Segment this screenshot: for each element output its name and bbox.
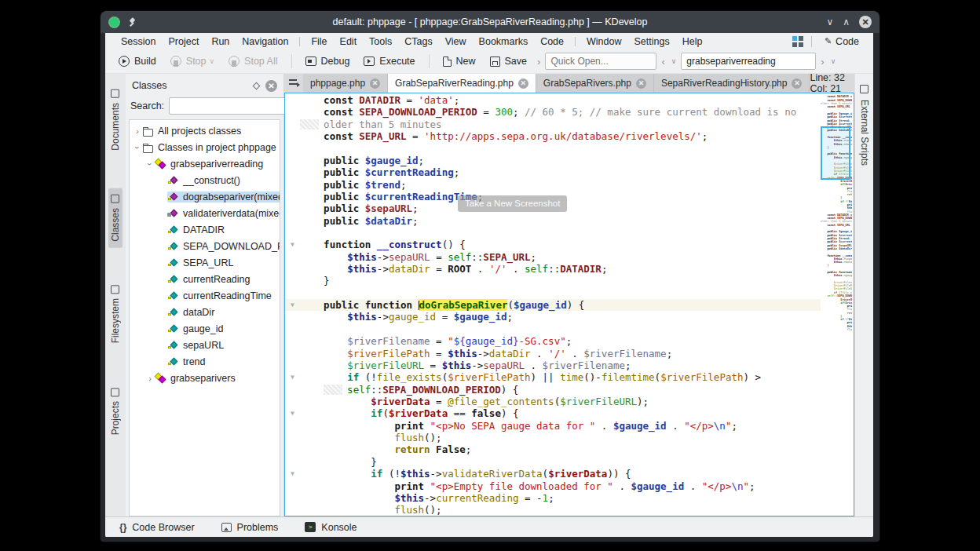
menu-session[interactable]: Session bbox=[115, 35, 162, 48]
tree-item[interactable]: ›grabseparivers bbox=[130, 370, 280, 386]
fold-marker-icon[interactable]: ▼ bbox=[285, 371, 300, 383]
detach-panel-icon[interactable] bbox=[253, 82, 261, 89]
search-options-chevron[interactable]: ∨ bbox=[829, 57, 838, 65]
code-line[interactable]: $this->currentReading = -1; bbox=[285, 492, 821, 504]
menu-view[interactable]: View bbox=[439, 35, 473, 48]
close-panel-icon[interactable]: ✕ bbox=[265, 80, 277, 92]
code-line[interactable]: } bbox=[285, 275, 821, 286]
menu-window[interactable]: Window bbox=[580, 35, 627, 48]
expander-icon[interactable]: › bbox=[145, 374, 155, 383]
code-line[interactable]: public $gauge_id; bbox=[285, 155, 821, 166]
code-line[interactable] bbox=[285, 142, 821, 154]
code-line[interactable]: flush(); bbox=[285, 504, 821, 516]
tree-item[interactable]: ›Classes in project phppage bbox=[130, 139, 280, 155]
new-button[interactable]: New bbox=[437, 53, 481, 69]
code-line[interactable]: $this->gauge_id = $gauge_id; bbox=[285, 311, 821, 323]
expander-icon[interactable]: › bbox=[133, 126, 142, 136]
code-line[interactable]: $this->sepaURL = self::SEPA_URL; bbox=[285, 251, 821, 263]
tree-item[interactable]: SEPA_URL bbox=[130, 254, 280, 271]
execute-button[interactable]: Execute bbox=[358, 53, 420, 69]
quick-open-input[interactable] bbox=[545, 53, 656, 70]
menu-tools[interactable]: Tools bbox=[363, 35, 398, 48]
pin-icon[interactable] bbox=[128, 18, 136, 26]
code-line[interactable]: older than 5 minutes bbox=[285, 119, 821, 130]
search-dropdown-chevron[interactable]: ∨ bbox=[670, 57, 678, 65]
tree-item[interactable]: ›All projects classes bbox=[130, 122, 280, 139]
toolview-problems[interactable]: Problems bbox=[221, 522, 279, 533]
code-line[interactable]: const SEPA_DOWNLOAD_PERIOD = 300; // 60 … bbox=[285, 106, 821, 118]
document-list-icon[interactable] bbox=[287, 77, 300, 89]
code-line[interactable]: flush(); bbox=[285, 432, 821, 443]
tree-item[interactable]: dograbsepariver(mixed) bbox=[130, 188, 280, 205]
code-line[interactable]: } bbox=[285, 456, 821, 468]
debug-button[interactable]: Debug bbox=[300, 53, 356, 69]
toolview-classes[interactable]: Classes bbox=[108, 188, 122, 248]
menu-navigation[interactable]: Navigation bbox=[236, 35, 294, 48]
code-line[interactable]: public $dataDir; bbox=[285, 215, 821, 227]
tree-item[interactable]: sepaURL bbox=[130, 337, 280, 353]
tab-GrabSepaRiverReading.php[interactable]: GrabSepaRiverReading.php✕ bbox=[388, 74, 536, 93]
menu-code[interactable]: Code bbox=[534, 35, 570, 48]
code-line[interactable] bbox=[285, 323, 821, 335]
menu-run[interactable]: Run bbox=[205, 35, 236, 48]
code-line[interactable]: const SEPA_URL = 'http://apps.sepa.org.u… bbox=[285, 130, 821, 142]
toolview-code-browser[interactable]: {}Code Browser bbox=[119, 522, 195, 533]
fold-marker-icon[interactable]: ▼ bbox=[285, 299, 300, 311]
tree-item[interactable]: validateriverdata(mixed) bbox=[130, 205, 280, 221]
menu-settings[interactable]: Settings bbox=[628, 35, 676, 48]
code-line[interactable]: print "<p>Empty file downloaded for " . … bbox=[285, 480, 821, 492]
stop-button[interactable]: Stop∨ bbox=[165, 53, 220, 69]
search-next-chevron[interactable]: › bbox=[819, 56, 825, 68]
tree-item[interactable]: trend bbox=[130, 353, 280, 370]
fold-marker-icon[interactable]: ▼ bbox=[285, 468, 300, 480]
toolview-external-scripts[interactable]: External Scripts bbox=[859, 100, 870, 166]
code-line[interactable]: self::SEPA_DOWNLOAD_PERIOD) { bbox=[285, 384, 821, 396]
tree-item[interactable]: DATADIR bbox=[130, 221, 280, 238]
code-line[interactable]: $this->dataDir = ROOT . '/' . self::DATA… bbox=[285, 263, 821, 275]
code-line[interactable]: public $trend; bbox=[285, 179, 821, 191]
code-line[interactable]: const DATADIR = 'data'; bbox=[285, 94, 821, 106]
maximize-button[interactable]: ∧ bbox=[843, 17, 850, 27]
menu-edit[interactable]: Edit bbox=[334, 35, 364, 48]
search-input[interactable] bbox=[681, 53, 816, 70]
menu-project[interactable]: Project bbox=[162, 35, 205, 48]
build-button[interactable]: Build bbox=[113, 53, 162, 69]
tree-item[interactable]: currentReading bbox=[130, 271, 280, 287]
minimap-viewport[interactable] bbox=[821, 126, 850, 180]
tree-item[interactable]: dataDir bbox=[130, 304, 280, 320]
code-line[interactable]: ▼ if($riverData == false) { bbox=[285, 407, 821, 419]
code-line[interactable]: print "<p>No SEPA gauge data for " . $ga… bbox=[285, 420, 821, 432]
code-area-button[interactable]: ✎ Code bbox=[820, 35, 864, 48]
minimap-scrollbar[interactable]: const DATADIR = 'data'; const SEPA_DOWNL… bbox=[821, 95, 852, 514]
classes-search-input[interactable] bbox=[169, 97, 298, 115]
close-button[interactable]: ✕ bbox=[859, 16, 872, 28]
tab-close-icon[interactable]: ✕ bbox=[636, 78, 646, 89]
toolview-konsole[interactable]: >Konsole bbox=[305, 522, 357, 533]
tab-close-icon[interactable]: ✕ bbox=[518, 78, 528, 89]
menu-help[interactable]: Help bbox=[676, 35, 709, 48]
code-line[interactable]: return False; bbox=[285, 443, 821, 455]
menu-ctags[interactable]: CTags bbox=[398, 35, 438, 48]
tab-GrabSepaRivers.php[interactable]: GrabSepaRivers.php✕ bbox=[536, 74, 654, 93]
toolview-documents[interactable]: Documents bbox=[108, 83, 122, 157]
code-line[interactable]: ▼ if (!$this->validateRiverData($riverDa… bbox=[285, 468, 821, 480]
code-line[interactable]: ▼ function __construct() { bbox=[285, 239, 821, 250]
expander-icon[interactable]: › bbox=[145, 159, 155, 169]
toolview-filesystem[interactable]: Filesystem bbox=[108, 279, 122, 349]
save-button[interactable]: Save bbox=[485, 53, 533, 69]
toolbar-overflow-chevron[interactable]: › bbox=[536, 56, 542, 68]
stop-dropdown-icon[interactable]: ∨ bbox=[210, 57, 215, 65]
tree-item[interactable]: SEPA_DOWNLOAD_PERIOD bbox=[130, 238, 280, 254]
tab-close-icon[interactable]: ✕ bbox=[792, 78, 802, 89]
code-line[interactable] bbox=[285, 287, 821, 299]
tree-item[interactable]: ›grabsepariverreading bbox=[130, 155, 280, 172]
menu-file[interactable]: File bbox=[305, 35, 333, 48]
code-line[interactable]: $riverFileURL = $this->sepaURL . $riverF… bbox=[285, 359, 821, 371]
minimize-button[interactable]: ∨ bbox=[826, 17, 833, 27]
area-switcher-icon[interactable] bbox=[792, 36, 803, 47]
code-line[interactable]: $riverData = @file_get_contents($riverFi… bbox=[285, 396, 821, 407]
tab-phppage.php[interactable]: phppage.php✕ bbox=[303, 74, 388, 93]
code-editor[interactable]: const DATADIR = 'data'; const SEPA_DOWNL… bbox=[284, 93, 854, 516]
fold-marker-icon[interactable]: ▼ bbox=[285, 407, 300, 419]
tab-SepaRiverReadingHistory.php[interactable]: SepaRiverReadingHistory.php✕ bbox=[654, 74, 810, 93]
